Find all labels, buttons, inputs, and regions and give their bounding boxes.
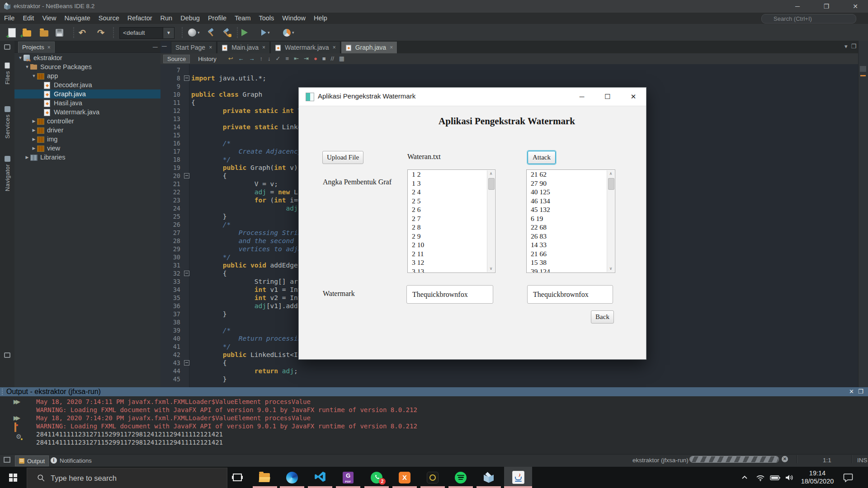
config-combobox-arrow-icon[interactable]: ▼ xyxy=(163,27,175,39)
projects-tab[interactable]: Projects× xyxy=(18,42,55,53)
close-tab-icon[interactable]: × xyxy=(333,44,336,51)
stop-build-icon[interactable] xyxy=(14,422,16,432)
left-list-scrollbar[interactable]: ∧ ∨ xyxy=(487,170,495,272)
close-icon[interactable]: × xyxy=(47,44,51,51)
scroll-up-icon[interactable]: ∧ xyxy=(607,170,614,177)
taskbar-app-edge[interactable] xyxy=(278,467,306,488)
next-bookmark-icon[interactable]: ↓ xyxy=(268,55,271,63)
list-item[interactable]: 2 5 xyxy=(408,197,495,206)
start-button[interactable] xyxy=(0,467,26,488)
toggle-highlight-icon[interactable]: ✓ xyxy=(276,55,281,63)
taskbar-app-vscode[interactable] xyxy=(306,467,334,488)
attack-button[interactable]: Attack xyxy=(528,151,556,164)
tree-item-controller[interactable]: ▶controller xyxy=(14,117,160,126)
dialog-minimize-button[interactable]: ─ xyxy=(572,88,592,106)
menu-view[interactable]: View xyxy=(38,13,60,24)
watermark-field-left[interactable] xyxy=(406,285,493,304)
list-item[interactable]: 1 3 xyxy=(408,179,495,188)
editor-tab-main-java[interactable]: Main.java× xyxy=(217,41,270,53)
list-item[interactable]: 2 8 xyxy=(408,223,495,232)
editor-scrollbar-thumb[interactable] xyxy=(860,66,866,72)
list-item[interactable]: 26 83 xyxy=(527,232,615,241)
profile-project-button[interactable]: ▾ xyxy=(283,27,294,38)
tree-item-decoder-java[interactable]: Decoder.java xyxy=(14,80,160,89)
list-item[interactable]: 2 10 xyxy=(408,240,495,249)
tray-battery[interactable] xyxy=(770,467,781,488)
menu-debug[interactable]: Debug xyxy=(176,13,204,24)
list-item[interactable]: 21 66 xyxy=(527,249,615,258)
build-settings-icon[interactable]: ⚙ xyxy=(16,433,22,440)
rerun-icon[interactable]: ▶▶ xyxy=(14,399,18,405)
list-item[interactable]: 46 134 xyxy=(527,197,615,206)
output-close-icon[interactable]: ✕ xyxy=(849,388,854,395)
upload-file-button[interactable]: Upload File xyxy=(322,151,363,164)
scrollbar-thumb[interactable] xyxy=(488,178,495,190)
window-maximize-button[interactable]: ❐ xyxy=(816,0,836,13)
shift-left-icon[interactable]: ⇤ xyxy=(294,55,299,63)
open-project-button[interactable] xyxy=(40,27,48,38)
list-item[interactable]: 6 19 xyxy=(527,214,615,223)
tray-volume[interactable] xyxy=(785,467,794,488)
fold-toggle-icon[interactable] xyxy=(184,75,189,81)
tree-item-img[interactable]: ▶img xyxy=(14,135,160,144)
editor-tab-start-page[interactable]: Start Page× xyxy=(171,41,217,53)
config-combobox[interactable]: <default config> xyxy=(119,27,167,39)
expander-icon[interactable]: ▶ xyxy=(31,119,37,123)
expander-icon[interactable]: ▶ xyxy=(31,137,37,141)
menu-refactor[interactable]: Refactor xyxy=(123,13,156,24)
dialog-maximize-button[interactable]: ☐ xyxy=(598,88,618,106)
expander-icon[interactable]: ▼ xyxy=(24,65,30,69)
fold-toggle-icon[interactable] xyxy=(184,173,189,178)
expander-icon[interactable]: ▼ xyxy=(31,74,37,78)
dock-tab-navigator[interactable]: Navigator xyxy=(1,156,14,191)
breakpoint-icon[interactable]: ● xyxy=(314,55,317,63)
history-view-button[interactable]: History xyxy=(194,55,220,63)
tray-wifi[interactable] xyxy=(756,467,765,488)
tab-list-dropdown-icon[interactable]: ▾ xyxy=(844,43,848,50)
list-item[interactable]: 3 13 xyxy=(408,267,495,273)
menu-team[interactable]: Team xyxy=(231,13,255,24)
close-tab-icon[interactable]: × xyxy=(209,44,212,51)
tree-item-view[interactable]: ▶view xyxy=(14,144,160,153)
list-item[interactable]: 1 2 xyxy=(408,170,495,179)
list-item[interactable]: 27 90 xyxy=(527,179,615,188)
menu-navigate[interactable]: Navigate xyxy=(61,13,94,24)
taskbar-app-whatsapp[interactable]: 2 xyxy=(363,467,391,488)
tray-chevron[interactable] xyxy=(741,467,749,488)
dialog-close-button[interactable]: ✕ xyxy=(623,88,643,106)
list-item[interactable]: 2 9 xyxy=(408,232,495,241)
tree-item-app[interactable]: ▼app xyxy=(14,71,160,80)
memory-view-icon[interactable]: ▦ xyxy=(339,55,344,63)
run-project-button[interactable] xyxy=(241,27,248,38)
tree-item-driver[interactable]: ▶driver xyxy=(14,126,160,135)
menu-profile[interactable]: Profile xyxy=(204,13,231,24)
tree-item-hasil-java[interactable]: Hasil.java xyxy=(14,99,160,108)
list-item[interactable]: 15 38 xyxy=(527,258,615,267)
tree-item-graph-java[interactable]: Graph.java xyxy=(14,89,160,99)
menu-run[interactable]: Run xyxy=(156,13,177,24)
scroll-down-icon[interactable]: ∨ xyxy=(607,265,614,272)
back-icon[interactable]: ← xyxy=(238,55,244,63)
save-all-button[interactable] xyxy=(56,27,63,38)
rerun-with-args-icon[interactable]: ▶▶ xyxy=(14,415,18,421)
list-item[interactable]: 21 62 xyxy=(527,170,615,179)
task-view-button[interactable] xyxy=(227,467,247,488)
output-restore-icon[interactable]: ❐ xyxy=(858,388,863,395)
redo-button[interactable]: ↷ xyxy=(97,27,104,38)
shift-right-icon[interactable]: ⇥ xyxy=(304,55,309,63)
minimize-panel-icon[interactable]: ─ xyxy=(153,43,158,51)
minimize-editor-icon[interactable]: ─ xyxy=(162,42,167,50)
list-item[interactable]: 2 4 xyxy=(408,188,495,197)
notifications-tab[interactable]: iNotifications xyxy=(47,455,95,465)
list-item[interactable]: 2 7 xyxy=(408,214,495,223)
menu-file[interactable]: File xyxy=(0,13,19,24)
scroll-down-icon[interactable]: ∨ xyxy=(487,265,495,272)
editor-tab-watermark-java[interactable]: Watermark.java× xyxy=(270,41,340,53)
source-view-button[interactable]: Source xyxy=(163,55,190,63)
menu-tools[interactable]: Tools xyxy=(255,13,278,24)
menu-help[interactable]: Help xyxy=(310,13,331,24)
toggle-comment-icon[interactable]: // xyxy=(331,55,334,63)
list-item[interactable]: 40 125 xyxy=(527,188,615,197)
new-project-button[interactable]: + xyxy=(23,27,31,38)
build-project-button[interactable] xyxy=(206,27,216,38)
